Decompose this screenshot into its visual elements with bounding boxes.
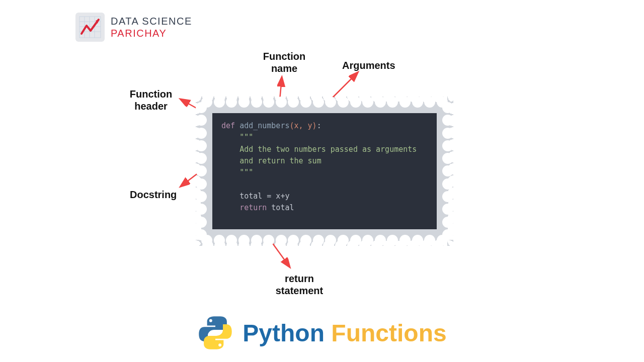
code-keyword-return: return [239, 203, 267, 212]
svg-line-2 [279, 78, 282, 106]
stamp-scallop [201, 235, 448, 246]
title-word2: Functions [331, 320, 446, 346]
stamp-scallop [442, 102, 453, 240]
code-colon: : [317, 121, 321, 130]
code-return-var: total [271, 203, 294, 212]
code-block: def add_numbers(x, y): """ Add the two n… [212, 113, 437, 229]
code-keyword-def: def [221, 121, 235, 130]
code-doc-line2: and return the sum [239, 156, 321, 165]
python-logo-icon [197, 315, 233, 351]
code-assign: total = x+y [239, 192, 289, 201]
title-word1: Python [243, 320, 325, 346]
brand-line2: PARICHAY [111, 27, 192, 39]
stamp-scallop [196, 102, 207, 240]
chart-icon [75, 13, 105, 42]
page-title: Python Functions [243, 319, 446, 347]
label-function-name: Functionname [257, 50, 312, 74]
label-docstring: Docstring [130, 189, 177, 201]
label-arguments: Arguments [342, 59, 395, 71]
svg-point-7 [209, 319, 212, 322]
stamp-scallop [201, 97, 448, 108]
brand-logo: DATA SCIENCE PARICHAY [75, 13, 192, 42]
code-doc-close: """ [239, 168, 253, 177]
label-function-header: Functionheader [123, 88, 179, 112]
code-doc-open: """ [239, 133, 253, 142]
label-return-statement: returnstatement [267, 273, 332, 297]
page-title-row: Python Functions [0, 315, 644, 351]
svg-point-8 [219, 343, 222, 346]
code-stamp-frame: def add_numbers(x, y): """ Add the two n… [201, 102, 448, 240]
code-doc-line1: Add the two numbers passed as arguments [239, 145, 417, 154]
brand-line1: DATA SCIENCE [111, 15, 192, 27]
code-func-name: add_numbers [239, 121, 289, 130]
brand-name: DATA SCIENCE PARICHAY [111, 15, 192, 39]
code-params: (x, y) [289, 121, 316, 130]
